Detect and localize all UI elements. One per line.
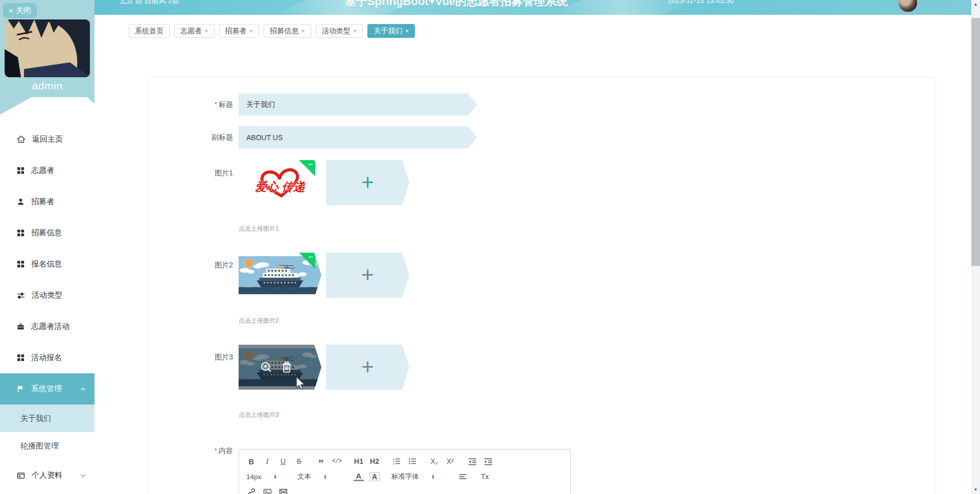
sidebar-item-label: 个人资料 [32, 470, 62, 480]
image3-preview[interactable] [239, 345, 321, 390]
subtitle-label: 副标题 [160, 133, 233, 141]
sidebar-item-home[interactable]: 返回主页 [0, 124, 95, 155]
sidebar-item-label: 志愿者 [31, 166, 54, 175]
heading2-button[interactable]: H2 [369, 457, 380, 465]
grid-icon [17, 167, 25, 174]
sidebar-item-activity-signup[interactable]: 活动报名 [0, 342, 95, 373]
image3-upload-box[interactable]: + [326, 345, 409, 390]
tab-about-us[interactable]: 关于我们× [367, 24, 415, 38]
sidebar-item-signup-info[interactable]: 报名信息 [0, 249, 95, 280]
tab-recruit-info[interactable]: 招募信息× [264, 24, 311, 38]
outdent-button[interactable] [467, 457, 477, 466]
content-label: *内容 [160, 446, 233, 455]
close-icon: × [9, 6, 13, 15]
tab-recruiters[interactable]: 招募者× [219, 24, 260, 38]
insert-video-button[interactable] [278, 488, 288, 494]
unordered-list-button[interactable] [407, 457, 417, 465]
sidebar-item-activity-types[interactable]: 活动类型 [0, 280, 95, 311]
scroll-up-button[interactable]: ▲ [971, 0, 980, 9]
scroll-down-button[interactable]: ▼ [971, 485, 980, 494]
sidebar-item-volunteer-activities[interactable]: 志愿者活动 [0, 311, 95, 342]
sidebar-subitem-about-us[interactable]: 关于我们 [0, 405, 95, 432]
tab-label: 关于我们 [374, 27, 402, 36]
sidebar-subitem-label: 轮播图管理 [20, 441, 59, 451]
chevron-up-icon [80, 386, 86, 392]
highlight-color-button[interactable]: A [369, 472, 380, 481]
underline-button[interactable]: U [278, 457, 288, 465]
font-family-select[interactable]: 标准字体 ▲▼ [391, 472, 449, 481]
tab-label: 志愿者 [180, 27, 202, 36]
plus-icon: + [361, 172, 374, 193]
sidebar-item-system-management[interactable]: 系统管理 [0, 373, 95, 405]
flag-icon [17, 385, 25, 393]
image1-preview[interactable]: ✓ [239, 160, 321, 205]
title-input[interactable] [239, 94, 477, 116]
sidebar-item-recruiters[interactable]: 招募者 [0, 186, 95, 217]
close-tab-button[interactable]: ×关闭 [3, 3, 37, 18]
indent-button[interactable] [483, 457, 493, 466]
text-style-select[interactable]: 文本 ▲▼ [297, 472, 344, 481]
image2-preview[interactable]: ✓ [239, 253, 321, 298]
tab-volunteers[interactable]: 志愿者× [174, 24, 215, 38]
tab-close-icon[interactable]: × [405, 27, 409, 35]
font-size-select[interactable]: 14px ▲▼ [246, 473, 288, 481]
editor-toolbar-row1: B I U S ” </> H1 H2 123 X₂ X² [246, 455, 563, 468]
grid-icon [17, 354, 25, 362]
font-color-button[interactable]: A [354, 473, 364, 481]
blockquote-button[interactable]: ” [316, 457, 326, 466]
heading1-button[interactable]: H1 [354, 457, 364, 465]
align-button[interactable] [458, 473, 468, 481]
sidebar-subitem-carousel-management[interactable]: 轮播图管理 [0, 432, 95, 460]
scrollbar-thumb[interactable] [971, 18, 980, 266]
superscript-button[interactable]: X² [445, 457, 455, 465]
image2-hint: 点击上传图片2 [239, 317, 279, 325]
image3-hover-overlay [239, 345, 321, 390]
header-avatar[interactable] [898, 0, 918, 12]
tab-label: 招募者 [225, 27, 247, 36]
tab-label: 活动类型 [322, 27, 351, 36]
sidebar-item-label: 招募信息 [31, 228, 62, 238]
sidebar-item-label: 活动类型 [32, 290, 62, 300]
caret-updown-icon: ▲▼ [431, 474, 435, 479]
close-label: 关闭 [16, 6, 31, 15]
sidebar-item-volunteers[interactable]: 志愿者 [0, 155, 95, 186]
tab-bar: 系统首页 志愿者× 招募者× 招募信息× 活动类型× 关于我们× [129, 24, 415, 38]
zoom-in-icon[interactable] [260, 361, 272, 373]
tab-close-icon[interactable]: × [353, 27, 357, 35]
subscript-button[interactable]: X₂ [429, 457, 439, 465]
bold-button[interactable]: B [246, 457, 256, 466]
avatar-image [5, 19, 90, 77]
sidebar-item-recruit-info[interactable]: 招募信息 [0, 217, 95, 249]
image1-upload-box[interactable]: + [326, 160, 409, 205]
insert-image-button[interactable] [262, 488, 272, 494]
sidebar-item-label: 返回主页 [32, 134, 63, 144]
image2-upload-box[interactable]: + [326, 253, 409, 298]
datetime-text: 2023-11-15 15:45:50 [668, 0, 734, 5]
tab-close-icon[interactable]: × [204, 27, 208, 35]
tab-activity-types[interactable]: 活动类型× [316, 24, 363, 38]
tab-close-icon[interactable]: × [301, 27, 305, 35]
sidebar-item-label: 招募者 [31, 197, 54, 207]
about-us-form-card: *标题 副标题 图片1 ✓ + 点击上传图片1 图片2 ✓ [149, 77, 936, 494]
tab-close-icon[interactable]: × [249, 27, 253, 35]
editor-toolbar-row2: 14px ▲▼ 文本 ▲▼ A A 标准字体 ▲▼ Tx [246, 470, 563, 483]
clear-format-button[interactable]: Tx [480, 473, 490, 481]
italic-button[interactable]: I [262, 457, 272, 466]
user-icon [17, 198, 25, 206]
required-mark: * [215, 100, 217, 108]
code-button[interactable]: </> [332, 458, 342, 465]
sidebar-item-profile[interactable]: 个人资料 [0, 460, 95, 491]
chevron-down-icon [80, 472, 86, 479]
editor-toolbar-row3 [246, 485, 563, 494]
title-label: *标题 [160, 100, 233, 108]
tab-system-home[interactable]: 系统首页 [129, 24, 170, 38]
delete-icon[interactable] [281, 361, 293, 373]
caret-updown-icon: ▲▼ [323, 474, 327, 479]
card-icon [17, 471, 25, 480]
ordered-list-button[interactable]: 123 [391, 457, 402, 465]
caret-updown-icon: ▲▼ [273, 474, 277, 479]
strikethrough-button[interactable]: S [294, 457, 304, 465]
vertical-scrollbar[interactable]: ▲ ▼ [971, 0, 980, 494]
subtitle-input[interactable] [239, 126, 477, 148]
link-button[interactable] [246, 488, 256, 494]
